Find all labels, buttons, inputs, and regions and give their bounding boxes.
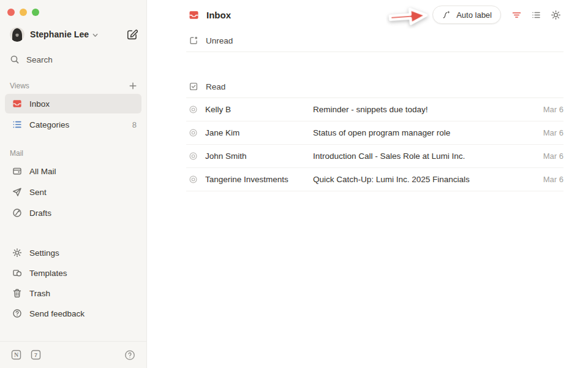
email-row[interactable]: Kelly B Reminder - snippets due today! M… [186, 98, 564, 121]
sidebar-item-label: Templates [29, 269, 67, 278]
mail-label: Mail [10, 149, 137, 158]
sidebar-item-categories[interactable]: Categories 8 [5, 115, 141, 134]
sidebar-item-label: All Mail [29, 167, 56, 176]
sidebar-item-inbox[interactable]: Inbox [5, 94, 141, 113]
all-mail-icon [12, 166, 22, 176]
read-status-icon[interactable] [189, 175, 198, 184]
drafts-icon [12, 208, 22, 218]
read-status-icon[interactable] [189, 128, 198, 137]
minimize-window-button[interactable] [20, 9, 27, 16]
categories-icon [12, 120, 22, 129]
email-subject: Quick Catch-Up: Lumi Inc. 2025 Financial… [313, 175, 536, 184]
compose-icon[interactable] [126, 29, 138, 40]
sidebar-item-label: Send feedback [29, 309, 85, 318]
read-status-icon[interactable] [189, 151, 198, 161]
close-window-button[interactable] [7, 9, 15, 16]
account-switcher[interactable]: Stephanie Lee [0, 22, 146, 47]
email-date: Mar 6 [543, 151, 564, 161]
help-circle-icon [12, 309, 22, 318]
list-view-icon[interactable] [531, 10, 541, 20]
mail-section-header: Mail [0, 146, 146, 161]
trash-icon [12, 288, 22, 298]
search-button[interactable]: Search [0, 48, 146, 71]
filter-icon[interactable] [511, 10, 522, 20]
email-sender: Tangerine Investments [205, 175, 306, 184]
checkbox-checked-icon [189, 82, 198, 91]
inbox-icon [189, 10, 199, 20]
section-label-unread: Unread [206, 36, 233, 45]
email-subject: Status of open program manager role [313, 128, 536, 137]
calendar-icon[interactable]: 7 [31, 350, 41, 360]
send-icon [12, 187, 22, 197]
section-header-read[interactable]: Read [147, 75, 588, 98]
section-gap [147, 52, 588, 75]
sidebar-item-label: Trash [29, 289, 50, 298]
window-controls [0, 0, 146, 17]
sidebar-item-templates[interactable]: Templates [5, 263, 141, 283]
section-label-read: Read [206, 82, 225, 91]
sidebar-item-label: Categories [29, 120, 69, 129]
add-view-icon[interactable] [129, 82, 137, 90]
views-label: Views [10, 82, 129, 90]
main-header: Inbox Auto label [147, 0, 588, 29]
unread-square-dot-icon [189, 36, 198, 45]
sidebar: Stephanie Lee Search Views [0, 0, 147, 368]
email-row[interactable]: Jane Kim Status of open program manager … [186, 121, 564, 145]
inbox-icon [12, 99, 22, 109]
page-title: Inbox [206, 10, 231, 20]
search-icon [10, 55, 20, 64]
email-date: Mar 6 [543, 175, 564, 184]
sidebar-item-all-mail[interactable]: All Mail [5, 161, 141, 181]
sidebar-item-label: Drafts [29, 209, 51, 218]
email-date: Mar 6 [543, 128, 564, 137]
sidebar-item-send-feedback[interactable]: Send feedback [5, 304, 141, 323]
email-row[interactable]: John Smith Introduction Call - Sales Rol… [186, 145, 564, 168]
search-label: Search [26, 55, 53, 64]
email-sender: John Smith [205, 151, 306, 161]
sidebar-item-settings[interactable]: Settings [5, 243, 141, 263]
svg-text:7: 7 [34, 352, 37, 358]
notion-mail-logo-icon[interactable]: N [11, 350, 21, 360]
categories-count-badge: 8 [132, 120, 137, 129]
auto-label-button[interactable]: Auto label [432, 6, 501, 24]
sidebar-item-sent[interactable]: Sent [5, 182, 141, 202]
email-subject: Introduction Call - Sales Role at Lumi I… [313, 151, 536, 161]
zoom-window-button[interactable] [32, 9, 39, 16]
chevron-down-icon [92, 32, 99, 39]
account-name: Stephanie Lee [30, 29, 89, 39]
help-icon[interactable] [124, 350, 135, 361]
views-section-header: Views [0, 79, 146, 93]
email-sender: Jane Kim [205, 128, 306, 137]
sidebar-item-label: Settings [29, 248, 59, 258]
read-status-icon[interactable] [189, 105, 198, 114]
settings-gear-icon[interactable] [551, 10, 561, 20]
annotation-arrow-icon [386, 4, 430, 29]
avatar [10, 27, 24, 42]
email-row[interactable]: Tangerine Investments Quick Catch-Up: Lu… [186, 168, 564, 191]
sidebar-item-label: Sent [29, 188, 47, 197]
sidebar-item-trash[interactable]: Trash [5, 283, 141, 303]
main-content: Inbox Auto label [147, 0, 588, 368]
email-list: Kelly B Reminder - snippets due today! M… [186, 98, 564, 191]
sidebar-item-drafts[interactable]: Drafts [5, 203, 141, 223]
svg-text:N: N [14, 351, 19, 358]
email-sender: Kelly B [205, 105, 306, 114]
sidebar-footer: N 7 [0, 341, 146, 368]
section-header-unread[interactable]: Unread [147, 29, 588, 52]
templates-icon [12, 268, 22, 278]
gear-icon [12, 248, 22, 258]
email-subject: Reminder - snippets due today! [313, 105, 536, 114]
sidebar-utility-group: Settings Templates Trash Send feedback [0, 242, 146, 341]
email-date: Mar 6 [543, 105, 564, 114]
auto-label-button-label: Auto label [456, 10, 492, 20]
sidebar-item-label: Inbox [29, 99, 50, 109]
auto-label-sparkle-icon [442, 10, 451, 20]
